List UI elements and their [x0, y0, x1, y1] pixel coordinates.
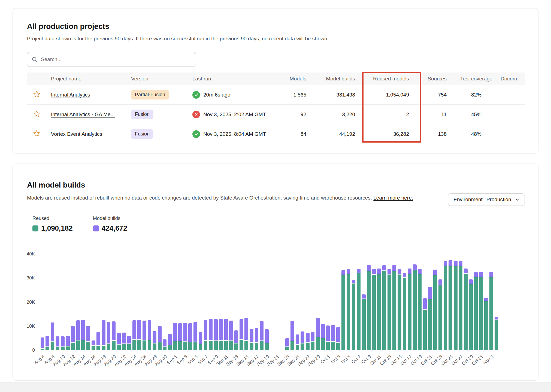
- reused-segment: [449, 266, 452, 350]
- stacked-bar: [372, 254, 376, 350]
- builds-segment: [153, 331, 156, 343]
- builds-segment: [219, 319, 223, 340]
- builds-segment: [199, 332, 202, 343]
- builds-segment: [290, 321, 294, 341]
- reused-segment: [122, 344, 126, 350]
- reused-segment: [438, 285, 442, 350]
- legend-reused: Reused 1,090,182: [32, 216, 73, 233]
- reused-segment: [193, 342, 197, 350]
- search-input[interactable]: [41, 56, 191, 62]
- stacked-bar: [153, 254, 156, 350]
- column-header: Models: [282, 76, 312, 82]
- reused-segment: [92, 346, 95, 350]
- column-header: Model builds: [312, 76, 361, 82]
- builds-segment: [433, 270, 437, 275]
- stacked-bar: [403, 254, 407, 350]
- stacked-bar: [311, 254, 315, 350]
- project-search: [27, 52, 196, 67]
- version-badge: Partial-Fusion: [131, 90, 169, 99]
- stacked-bar: [183, 254, 187, 350]
- stacked-bar: [117, 254, 121, 350]
- favorite-star-icon[interactable]: [33, 130, 40, 138]
- reused-segment: [61, 347, 65, 350]
- y-axis-tick-label: 30K: [19, 275, 35, 281]
- stacked-bar: [173, 254, 177, 350]
- learn-more-link[interactable]: Learn more here.: [373, 195, 413, 201]
- reused-models-value: 36,282: [361, 131, 414, 137]
- reused-segment: [428, 299, 432, 350]
- stacked-bar: [102, 254, 105, 350]
- stacked-bar: [240, 254, 243, 350]
- reused-segment: [474, 277, 478, 350]
- builds-segment: [260, 321, 264, 340]
- environment-select[interactable]: Environment Production: [448, 193, 525, 206]
- search-icon: [32, 56, 38, 62]
- builds-segment: [188, 323, 192, 342]
- reused-segment: [51, 342, 55, 350]
- stacked-bar: [51, 254, 55, 350]
- reused-segment: [341, 275, 345, 350]
- dashboard-page: All production projects Project data sho…: [0, 0, 551, 392]
- stacked-bar: [86, 254, 90, 350]
- builds-segment: [454, 261, 458, 266]
- reused-segment: [489, 277, 493, 350]
- column-header: Test coverage: [452, 76, 501, 82]
- reused-segment: [331, 342, 335, 350]
- run-success-icon: [192, 130, 200, 138]
- column-header: Sources: [414, 76, 452, 82]
- stacked-bar: [214, 254, 218, 350]
- builds-segment: [158, 326, 162, 342]
- project-name-link[interactable]: Internal Analytics: [51, 92, 90, 98]
- reused-segment: [418, 274, 422, 350]
- favorite-star-icon[interactable]: [33, 91, 40, 99]
- stacked-bar: [296, 254, 299, 350]
- stacked-bar: [438, 254, 442, 350]
- builds-segment: [76, 320, 80, 340]
- stacked-bar: [229, 254, 233, 350]
- builds-segment: [193, 322, 197, 342]
- reused-segment: [178, 341, 182, 350]
- reused-segment: [250, 343, 253, 350]
- stacked-bar: [387, 254, 391, 350]
- reused-segment: [143, 340, 146, 350]
- builds-segment: [357, 269, 361, 273]
- stacked-bar: [96, 254, 100, 350]
- reused-segment: [76, 340, 80, 350]
- builds-segment: [362, 294, 366, 298]
- builds-subtitle-text: Models are reused instead of rebuilt whe…: [27, 195, 372, 201]
- legend-reused-label: Reused: [32, 216, 73, 221]
- reused-segment: [285, 347, 289, 350]
- reused-segment: [454, 266, 458, 350]
- column-header: Last run: [192, 76, 282, 82]
- test-coverage-value: 48%: [452, 131, 501, 137]
- stacked-bar: [81, 254, 85, 350]
- builds-segment: [336, 327, 340, 342]
- builds-segment: [479, 272, 483, 277]
- stacked-bar: [464, 254, 468, 350]
- legend-reused-value: 1,090,182: [41, 224, 73, 233]
- page-bottom-strip: [0, 382, 551, 392]
- builds-segment: [234, 330, 238, 343]
- reused-segment: [290, 341, 294, 350]
- stacked-bar: [193, 254, 197, 350]
- reused-segment: [168, 345, 172, 350]
- project-name-link[interactable]: Internal Analytics - GA Me...: [51, 111, 115, 117]
- reused-segment: [214, 341, 218, 350]
- reused-segment: [112, 341, 116, 350]
- stacked-bar: [66, 254, 70, 350]
- reused-segment: [387, 275, 391, 350]
- stacked-bar: [158, 254, 162, 350]
- stacked-bar: [219, 254, 223, 350]
- stacked-bar: [474, 254, 478, 350]
- favorite-star-icon[interactable]: [33, 110, 40, 118]
- y-axis-tick-label: 40K: [19, 251, 35, 257]
- reused-segment: [229, 341, 233, 350]
- stacked-bar: [71, 254, 75, 350]
- project-name-link[interactable]: Vortex Event Analytics: [51, 131, 102, 137]
- version-badge: Fusion: [131, 129, 153, 139]
- stacked-bar: [479, 254, 483, 350]
- builds-segment: [224, 319, 228, 340]
- reused-segment: [224, 341, 228, 350]
- reused-segment: [301, 343, 304, 350]
- y-axis-tick-label: 0: [19, 348, 35, 353]
